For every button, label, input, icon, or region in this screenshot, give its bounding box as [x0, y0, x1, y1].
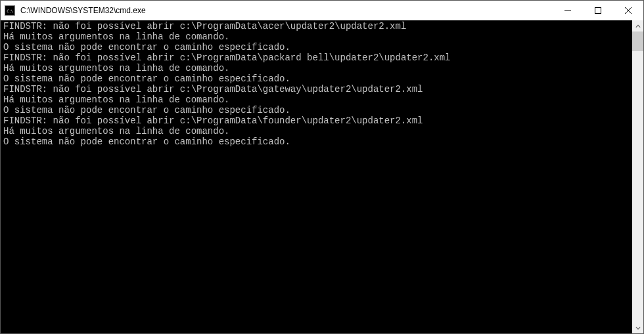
svg-rect-1 [595, 7, 601, 13]
window-controls [553, 1, 643, 20]
chevron-down-icon [635, 325, 641, 331]
close-button[interactable] [613, 1, 643, 20]
scroll-up-button[interactable] [632, 20, 643, 31]
scroll-thumb[interactable] [632, 31, 643, 51]
vertical-scrollbar[interactable] [632, 20, 643, 333]
close-icon [625, 7, 632, 14]
window-title: C:\WINDOWS\SYSTEM32\cmd.exe [19, 6, 553, 15]
maximize-button[interactable] [583, 1, 613, 20]
cmd-window: C:\WINDOWS\SYSTEM32\cmd.exe FINDSTR: não… [0, 0, 644, 334]
app-icon [5, 5, 15, 16]
scroll-track[interactable] [632, 31, 643, 322]
client-area: FINDSTR: não foi possível abrir c:\Progr… [1, 20, 643, 333]
console-output[interactable]: FINDSTR: não foi possível abrir c:\Progr… [1, 20, 632, 333]
minimize-icon [564, 7, 571, 14]
titlebar[interactable]: C:\WINDOWS\SYSTEM32\cmd.exe [1, 1, 643, 20]
minimize-button[interactable] [553, 1, 583, 20]
scroll-down-button[interactable] [632, 322, 643, 333]
maximize-icon [595, 7, 601, 14]
chevron-up-icon [635, 24, 641, 29]
